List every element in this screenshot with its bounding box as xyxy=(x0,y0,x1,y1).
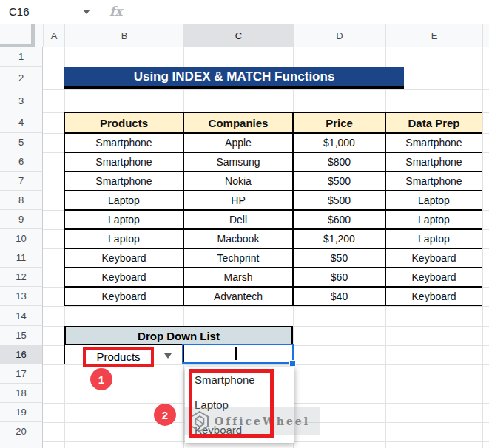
name-box-dropdown-icon[interactable] xyxy=(83,10,90,14)
table-cell[interactable]: $500 xyxy=(293,172,385,191)
row-header-13[interactable]: 13 xyxy=(0,287,43,306)
table-cell[interactable]: Marsh xyxy=(183,268,293,287)
row-header-3[interactable]: 3 xyxy=(0,89,43,112)
table-cell[interactable]: $40 xyxy=(293,287,385,306)
row-header-19[interactable]: 19 xyxy=(0,403,43,422)
annotation-badge-2: 2 xyxy=(154,404,176,426)
name-box[interactable]: C16 xyxy=(9,5,30,18)
annotation-box-2 xyxy=(189,369,274,438)
table-cell[interactable]: Smartphone xyxy=(385,172,482,191)
table-header-cell[interactable]: Products xyxy=(64,112,183,133)
gridline xyxy=(43,89,489,90)
table-cell[interactable]: $600 xyxy=(293,210,385,229)
row-header-12[interactable]: 12 xyxy=(0,268,43,287)
table-cell[interactable]: Macbook xyxy=(183,229,293,248)
table-cell[interactable]: $500 xyxy=(293,191,385,210)
column-header-partial[interactable] xyxy=(482,24,489,47)
row-header-15[interactable]: 15 xyxy=(0,326,43,345)
table-cell[interactable]: Keyboard xyxy=(64,248,183,268)
table-cell[interactable]: Keyboard xyxy=(385,268,482,287)
row-header-partial[interactable] xyxy=(0,441,43,448)
select-all-corner[interactable] xyxy=(0,24,43,47)
fill-handle[interactable] xyxy=(289,360,296,367)
table-cell[interactable]: HP xyxy=(183,191,293,210)
table-cell[interactable]: Nokia xyxy=(183,172,293,191)
table-cell[interactable]: Laptop xyxy=(385,191,482,210)
toolbar-divider xyxy=(101,4,101,20)
table-header-cell[interactable]: Companies xyxy=(183,112,293,133)
dropdown-list-header-text: Drop Down List xyxy=(138,330,220,342)
row-header-2[interactable]: 2 xyxy=(0,67,43,89)
row-header-5[interactable]: 5 xyxy=(0,133,43,152)
table-cell[interactable]: Keyboard xyxy=(64,268,183,287)
table-cell[interactable]: Samsung xyxy=(183,152,293,172)
row-header-20[interactable]: 20 xyxy=(0,422,43,441)
formula-input[interactable] xyxy=(141,0,488,24)
annotation-badge-1: 1 xyxy=(90,368,112,390)
fx-icon: fx xyxy=(109,4,122,18)
column-header-b[interactable]: B xyxy=(64,24,183,47)
table-cell[interactable]: Laptop xyxy=(385,229,482,248)
gridline xyxy=(482,47,483,448)
selected-cell-c16[interactable] xyxy=(182,344,294,364)
column-header-e[interactable]: E xyxy=(385,24,482,47)
table-cell[interactable]: Smartphone xyxy=(385,152,482,172)
table-cell[interactable]: Dell xyxy=(183,210,293,229)
row-header-8[interactable]: 8 xyxy=(0,191,43,210)
row-header-6[interactable]: 6 xyxy=(0,152,43,172)
table-cell[interactable]: $60 xyxy=(293,268,385,287)
row-header-16[interactable]: 16 xyxy=(0,345,43,364)
table-cell[interactable]: Laptop xyxy=(64,229,183,248)
table-cell[interactable]: Laptop xyxy=(385,210,482,229)
table-cell[interactable]: Laptop xyxy=(64,191,183,210)
row-header-4[interactable]: 4 xyxy=(0,112,43,133)
toolbar-divider xyxy=(135,4,135,20)
column-header-c[interactable]: C xyxy=(183,24,293,47)
text-caret xyxy=(235,347,237,360)
data-table: Products Companies Price Data Prep Smart… xyxy=(64,112,482,306)
table-header-cell[interactable]: Price xyxy=(293,112,385,133)
title-banner[interactable]: Using INDEX & MATCH Functions xyxy=(64,67,404,89)
table-cell[interactable]: Apple xyxy=(183,133,293,152)
table-cell[interactable]: Advantech xyxy=(183,287,293,306)
annotation-box-1 xyxy=(83,347,154,367)
row-header-1[interactable]: 1 xyxy=(0,47,43,67)
table-cell[interactable]: Keyboard xyxy=(385,248,482,268)
table-cell[interactable]: Keyboard xyxy=(64,287,183,306)
row-header-9[interactable]: 9 xyxy=(0,210,43,229)
row-header-18[interactable]: 18 xyxy=(0,384,43,403)
table-cell[interactable]: Smartphone xyxy=(64,152,183,172)
table-cell[interactable]: Smartphone xyxy=(64,133,183,152)
title-banner-text: Using INDEX & MATCH Functions xyxy=(134,69,335,84)
column-header-d[interactable]: D xyxy=(293,24,385,47)
table-cell[interactable]: Smartphone xyxy=(64,172,183,191)
dropdown-list-header[interactable]: Drop Down List xyxy=(64,326,293,345)
table-cell[interactable]: Smartphone xyxy=(385,133,482,152)
table-cell[interactable]: Keyboard xyxy=(385,287,482,306)
table-header-cell[interactable]: Data Prep xyxy=(385,112,482,133)
row-header-7[interactable]: 7 xyxy=(0,172,43,191)
table-cell[interactable]: Techprint xyxy=(183,248,293,268)
row-header-11[interactable]: 11 xyxy=(0,248,43,268)
table-cell[interactable]: $1,200 xyxy=(293,229,385,248)
formula-bar: C16 fx xyxy=(0,0,489,25)
table-cell[interactable]: $50 xyxy=(293,248,385,268)
table-cell[interactable]: $800 xyxy=(293,152,385,172)
row-header-14[interactable]: 14 xyxy=(0,306,43,326)
table-cell[interactable]: Laptop xyxy=(64,210,183,229)
gridline xyxy=(43,306,489,307)
spreadsheet-app: C16 fx A B C D E 1 2 3 4 5 6 7 8 9 10 11… xyxy=(0,0,489,448)
row-header-17[interactable]: 17 xyxy=(0,364,43,384)
column-header-a[interactable]: A xyxy=(43,24,64,47)
row-header-10[interactable]: 10 xyxy=(0,229,43,248)
table-cell[interactable]: $1,000 xyxy=(293,133,385,152)
chevron-down-icon[interactable] xyxy=(164,353,172,359)
